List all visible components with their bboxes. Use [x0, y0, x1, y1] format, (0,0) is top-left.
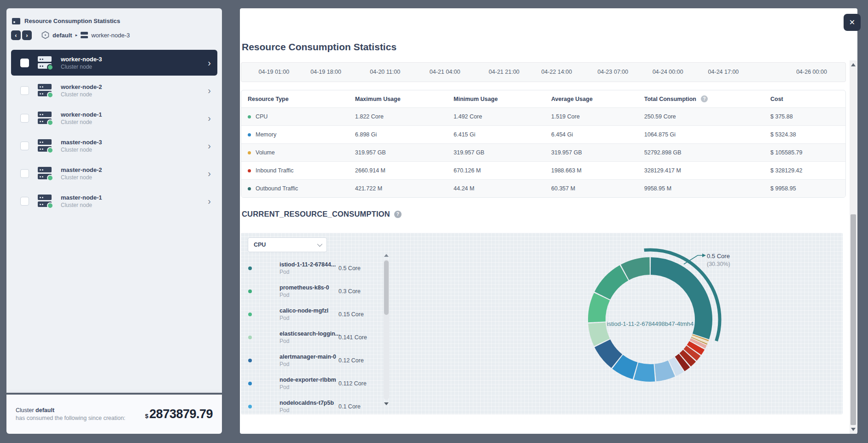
table-cell-max: 2660.914 M: [355, 167, 454, 174]
donut-segment[interactable]: [694, 345, 697, 350]
node-status-dot: [47, 175, 53, 181]
resource-type-dot: [248, 115, 251, 118]
cluster-node-icon: [37, 166, 53, 181]
node-type: Cluster node: [61, 91, 102, 98]
donut-segment[interactable]: [685, 356, 689, 360]
pod-cpu-value: 0.12 Core: [338, 357, 364, 364]
chevron-right-icon[interactable]: ›: [208, 58, 211, 67]
pod-scroll-thumb[interactable]: [384, 260, 389, 315]
donut-segment[interactable]: [618, 362, 635, 371]
donut-segment[interactable]: [636, 371, 654, 373]
sidebar-item-master-node-1[interactable]: master-node-1Cluster node›: [11, 188, 217, 214]
table-cell-avg: 319.957 GB: [551, 149, 644, 156]
table-row-volume: Volume319.957 GB319.957 GB319.957 GB5279…: [241, 143, 845, 161]
pod-status-dot: [248, 382, 252, 385]
close-button[interactable]: ✕: [844, 14, 861, 31]
pod-scroll-down-icon[interactable]: [384, 402, 389, 405]
back-button[interactable]: ‹: [11, 30, 21, 40]
pod-kind: Pod: [280, 407, 334, 413]
breadcrumb-node[interactable]: worker-node-3: [91, 32, 130, 39]
pod-list-scrollbar[interactable]: [384, 260, 389, 400]
pod-kind: Pod: [280, 292, 334, 298]
forward-button[interactable]: ›: [22, 30, 32, 40]
chevron-right-icon[interactable]: ›: [208, 141, 211, 150]
chevron-right-icon[interactable]: ›: [208, 86, 211, 95]
table-cell-total: 250.59 Core: [644, 113, 770, 120]
metric-select-value: CPU: [254, 242, 266, 248]
cluster-footer-label: Cluster default: [16, 407, 125, 413]
scroll-up-icon[interactable]: [851, 63, 856, 66]
donut-segment[interactable]: [655, 368, 671, 372]
donut-segment[interactable]: [690, 351, 693, 355]
page-title: Resource Consumption Statistics: [242, 41, 396, 53]
pod-name: prometheus-k8s-0: [280, 284, 334, 291]
node-status-dot: [47, 147, 53, 154]
pod-item-3: calico-node-mgfzlPod0.15 Core: [248, 303, 383, 326]
donut-segment[interactable]: [602, 273, 624, 295]
node-checkbox[interactable]: [20, 114, 29, 123]
pod-item-5: alertmanager-main-0Pod0.12 Core: [248, 349, 383, 372]
chevron-right-icon[interactable]: ›: [208, 113, 211, 123]
sidebar-item-master-node-3[interactable]: master-node-3Cluster node›: [11, 133, 217, 159]
resource-type-cell: Inbound Traffic: [248, 167, 355, 174]
donut-segment[interactable]: [699, 339, 700, 340]
table-cell-avg: 1988.663 M: [551, 167, 644, 174]
donut-segment[interactable]: [672, 365, 679, 368]
time-range-strip: 04-19 01:0004-19 18:0004-20 11:0004-21 0…: [241, 62, 846, 82]
donut-segment[interactable]: [700, 337, 701, 338]
donut-segment[interactable]: [625, 266, 650, 272]
pod-icon: [258, 377, 274, 390]
cluster-node-icon: [37, 138, 53, 153]
node-checkbox[interactable]: [20, 169, 29, 178]
donut-segment[interactable]: [680, 360, 684, 364]
sidebar-item-master-node-2[interactable]: master-node-2Cluster node›: [11, 160, 217, 186]
table-row-memory: Memory6.898 Gi6.415 Gi6.454 Gi1064.875 G…: [241, 125, 845, 143]
table-cell-cost: $ 328129.42: [770, 167, 845, 174]
node-status-dot: [47, 64, 53, 71]
donut-segment[interactable]: [698, 342, 699, 344]
breadcrumb-cluster[interactable]: default: [52, 32, 72, 39]
sidebar-item-worker-node-3[interactable]: worker-node-3Cluster node›: [11, 50, 217, 76]
pod-scroll-up-icon[interactable]: [384, 254, 389, 257]
node-checkbox[interactable]: [20, 59, 29, 67]
total-consumption-help-icon[interactable]: ?: [701, 95, 708, 102]
donut-segment[interactable]: [602, 343, 617, 361]
cluster-total-cost: $ 2873879.79: [145, 407, 213, 421]
node-checkbox[interactable]: [20, 86, 29, 95]
chevron-right-icon[interactable]: ›: [208, 196, 211, 206]
resource-type-cell: Volume: [248, 149, 355, 156]
pod-kind: Pod: [280, 384, 334, 390]
chevron-right-icon[interactable]: ›: [208, 169, 211, 178]
pod-kind: Pod: [280, 361, 334, 367]
timeline-tick: 04-26 00:00: [796, 69, 827, 75]
pod-list: istiod-1-11-2-67844...Pod0.5 Coreprometh…: [248, 257, 383, 413]
pod-icon: [258, 400, 274, 413]
help-icon[interactable]: ?: [394, 211, 402, 218]
node-type: Cluster node: [61, 202, 102, 208]
donut-segment[interactable]: [699, 340, 699, 341]
table-cell-avg: 1.519 Core: [551, 113, 644, 120]
main-scrollbar[interactable]: [850, 60, 857, 434]
node-checkbox[interactable]: [20, 197, 29, 206]
sidebar-item-worker-node-1[interactable]: worker-node-1Cluster node›: [11, 105, 217, 131]
scroll-down-icon[interactable]: [851, 428, 856, 431]
donut-segment[interactable]: [597, 296, 602, 322]
pod-icon: [258, 331, 274, 344]
cluster-footer-caption: has consumed the following since creatio…: [16, 415, 125, 421]
node-checkbox[interactable]: [20, 142, 29, 150]
pod-cpu-value: 0.1 Core: [338, 403, 361, 410]
main-scroll-thumb[interactable]: [851, 214, 856, 425]
pod-cpu-value: 0.15 Core: [338, 311, 364, 318]
pod-status-dot: [248, 313, 252, 316]
metric-select[interactable]: CPU: [248, 237, 327, 252]
node-type: Cluster node: [61, 64, 102, 70]
timeline-tick: 04-20 11:00: [370, 69, 400, 75]
pod-name: calico-node-mgfzl: [280, 307, 334, 314]
resource-type-cell: Memory: [248, 131, 355, 138]
pod-kind: Pod: [280, 269, 334, 275]
timeline-tick: 04-19 18:00: [310, 69, 341, 75]
sidebar-item-worker-node-2[interactable]: worker-node-2Cluster node›: [11, 77, 217, 103]
pod-status-dot: [248, 289, 252, 293]
main-panel: Resource Consumption Statistics 04-19 01…: [240, 8, 857, 434]
table-cell-cost: $ 375.88: [770, 113, 845, 120]
